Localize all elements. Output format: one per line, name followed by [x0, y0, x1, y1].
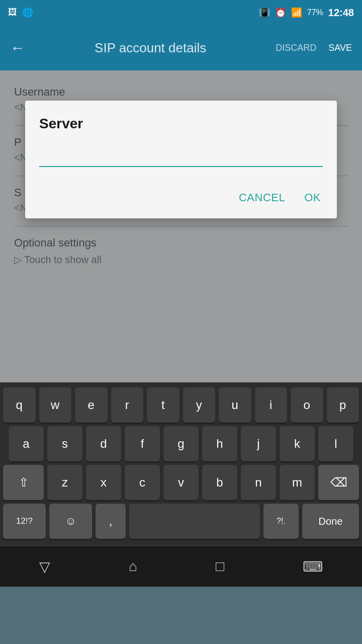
alarm-icon: ⏰: [275, 7, 286, 18]
key-i[interactable]: i: [255, 387, 288, 423]
app-bar-actions: DISCARD SAVE: [276, 43, 352, 53]
emoji-key[interactable]: ☺: [49, 504, 92, 539]
keyboard-row-1: q w e r t y u i o p: [3, 387, 359, 423]
key-y[interactable]: y: [183, 387, 216, 423]
key-e[interactable]: e: [75, 387, 108, 423]
key-j[interactable]: j: [241, 426, 276, 461]
key-h[interactable]: h: [202, 426, 237, 461]
keyboard-nav-icon[interactable]: ⌨: [303, 558, 323, 575]
nav-bar: ▽ ⌂ □ ⌨: [0, 546, 362, 587]
page-title: SIP account details: [35, 40, 265, 56]
dialog-overlay: Server CANCEL OK: [0, 70, 362, 382]
key-p[interactable]: p: [327, 387, 359, 423]
space-key[interactable]: [129, 504, 260, 539]
recents-nav-icon[interactable]: □: [216, 558, 224, 575]
key-n[interactable]: n: [241, 465, 276, 500]
app-bar: ← SIP account details DISCARD SAVE: [0, 25, 362, 70]
symbols-key[interactable]: 12!?: [3, 504, 46, 539]
keyboard: q w e r t y u i o p a s d f g h j k l ⇧ …: [0, 382, 362, 546]
key-v[interactable]: v: [163, 465, 199, 500]
status-time: 12:48: [328, 7, 354, 19]
key-q[interactable]: q: [3, 387, 36, 423]
key-c[interactable]: c: [125, 465, 160, 500]
key-k[interactable]: k: [280, 426, 315, 461]
key-u[interactable]: u: [219, 387, 251, 423]
key-l[interactable]: l: [318, 426, 353, 461]
status-bar: 🖼 🌐 📳 ⏰ 📶 77% 12:48: [0, 0, 362, 25]
done-key[interactable]: Done: [302, 504, 359, 539]
key-f[interactable]: f: [125, 426, 160, 461]
key-t[interactable]: t: [147, 387, 179, 423]
backspace-key[interactable]: ⌫: [318, 465, 359, 500]
globe-icon: 🌐: [22, 7, 33, 18]
save-button[interactable]: SAVE: [328, 43, 352, 53]
image-icon: 🖼: [8, 7, 17, 18]
key-z[interactable]: z: [47, 465, 82, 500]
key-g[interactable]: g: [163, 426, 199, 461]
battery-level: 77%: [307, 8, 323, 17]
server-input[interactable]: [39, 147, 323, 167]
key-o[interactable]: o: [291, 387, 323, 423]
key-d[interactable]: d: [86, 426, 121, 461]
key-x[interactable]: x: [86, 465, 121, 500]
cancel-button[interactable]: CANCEL: [237, 187, 287, 208]
signal-icon: 📶: [291, 7, 302, 18]
dialog-actions: CANCEL OK: [39, 182, 323, 208]
key-m[interactable]: m: [280, 465, 315, 500]
comma-key[interactable]: ,: [96, 504, 126, 539]
back-button[interactable]: ←: [10, 39, 25, 56]
keyboard-row-4: 12!? ☺ , ?!. Done: [3, 504, 359, 539]
key-a[interactable]: a: [9, 426, 44, 461]
dialog-title: Server: [39, 116, 323, 132]
key-b[interactable]: b: [202, 465, 237, 500]
key-w[interactable]: w: [39, 387, 72, 423]
keyboard-row-2: a s d f g h j k l: [3, 426, 359, 461]
home-nav-icon[interactable]: ⌂: [129, 558, 137, 575]
shift-key[interactable]: ⇧: [3, 465, 44, 500]
discard-button[interactable]: DISCARD: [276, 43, 316, 53]
back-nav-icon[interactable]: ▽: [39, 558, 50, 575]
keyboard-row-3: ⇧ z x c v b n m ⌫: [3, 465, 359, 500]
key-s[interactable]: s: [47, 426, 82, 461]
vibrate-icon: 📳: [259, 7, 270, 18]
content-wrapper: Username <Not set> P <Not set> S <Not se…: [0, 70, 362, 382]
ok-button[interactable]: OK: [302, 187, 323, 208]
punct-key[interactable]: ?!.: [263, 504, 299, 539]
server-dialog: Server CANCEL OK: [25, 101, 337, 218]
key-r[interactable]: r: [111, 387, 144, 423]
